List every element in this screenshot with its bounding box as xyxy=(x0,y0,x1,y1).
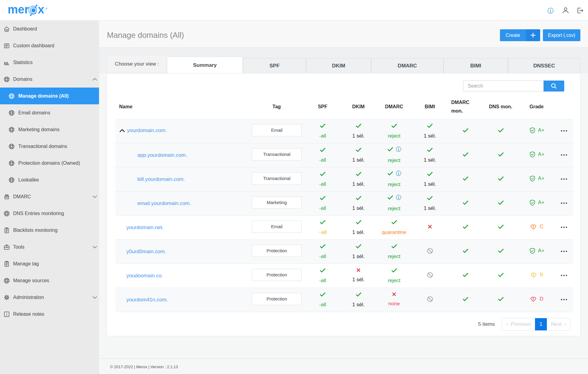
svg-text:®: ® xyxy=(45,7,48,10)
svg-text:x: x xyxy=(38,3,44,16)
svg-text:mer: mer xyxy=(8,3,29,16)
